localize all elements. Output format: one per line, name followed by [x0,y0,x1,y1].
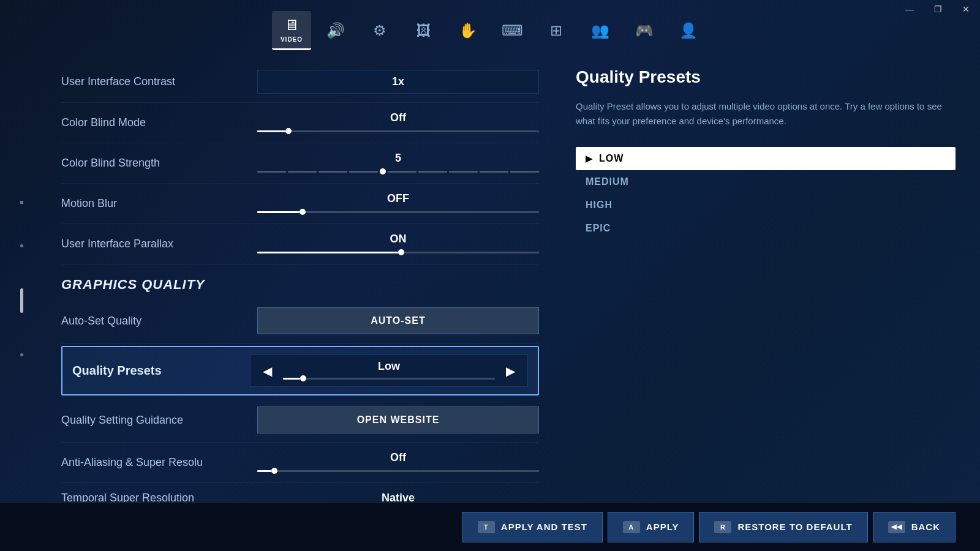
auto-set-quality-control: AUTO-SET [257,307,539,334]
open-website-button[interactable]: OPEN WEBSITE [257,407,539,433]
preset-option-high[interactable]: HIGH [576,193,956,217]
anti-aliasing-slider[interactable] [257,468,539,474]
right-panel-description: Quality Preset allows you to adjust mult… [576,99,956,129]
preset-option-epic[interactable]: EPIC [576,217,956,240]
color-blind-mode-value: Off [390,111,406,124]
nav-layout[interactable]: ⊞ [537,11,576,50]
gamepad-icon: 🎮 [635,22,654,39]
scroll-dot-1 [20,201,23,204]
nav-video-label: VIDEO [281,36,303,43]
auto-set-quality-label: Auto-Set Quality [61,315,245,328]
display-icon: 🖼 [417,22,431,39]
quality-presets-control[interactable]: ◀ Low ▶ [250,354,528,387]
slider-filled-2 [257,211,300,213]
slider-filled-3 [257,252,398,253]
apply-icon: A [623,521,640,533]
restore-button[interactable]: ❐ [924,0,952,18]
nav-social[interactable]: 👥 [581,11,620,50]
quality-presets-left-arrow[interactable]: ◀ [258,364,277,378]
color-blind-mode-row: Color Blind Mode Off [61,103,539,143]
apply-and-test-label: APPLY AND TEST [501,522,587,532]
preset-low-label: LOW [599,153,624,164]
apply-and-test-button[interactable]: T APPLY AND TEST [462,512,603,542]
slider-thumb-3[interactable] [398,249,404,255]
main-content: User Interface Contrast 1x Color Blind M… [0,55,980,502]
nav-gamepad[interactable]: 🎮 [625,11,664,50]
nav-profile[interactable]: 👤 [669,11,708,50]
nav-display[interactable]: 🖼 [404,11,443,50]
dash-8 [480,171,508,173]
ui-contrast-label: User Interface Contrast [61,75,245,88]
quality-presets-slider[interactable] [277,375,501,381]
anti-aliasing-label: Anti-Aliasing & Super Resolu [61,456,245,469]
dash-7 [449,171,478,173]
preset-medium-label: MEDIUM [586,176,629,187]
dash-1 [257,171,286,173]
ui-contrast-value[interactable]: 1x [257,70,539,94]
preset-options-list: ▶ LOW MEDIUM HIGH EPIC [576,147,956,240]
color-blind-mode-slider[interactable] [257,128,539,134]
slider-filled [257,130,285,132]
scrollbar-area[interactable] [0,55,49,502]
slider-filled-5 [257,470,271,472]
anti-aliasing-control: Off [257,451,539,474]
bottom-bar: T APPLY AND TEST A APPLY R RESTORE TO DE… [0,502,980,551]
close-button[interactable]: ✕ [952,0,980,18]
dash-3 [318,171,347,173]
quality-presets-row[interactable]: Quality Presets ◀ Low ▶ [61,346,539,395]
graphics-quality-header: GRAPHICS QUALITY [61,264,539,299]
quality-setting-guidance-control: OPEN WEBSITE [257,407,539,433]
nav-keyboard[interactable]: ⌨ [492,11,532,50]
temporal-super-resolution-label: Temporal Super Resolution [61,492,245,502]
temporal-super-resolution-value: Native [382,492,415,502]
ui-parallax-value: ON [390,233,407,246]
color-blind-strength-control: 5 [257,152,539,174]
nav-settings[interactable]: ⚙ [360,11,399,50]
profile-icon: 👤 [679,22,698,39]
quality-presets-label: Quality Presets [72,364,244,378]
preset-epic-label: EPIC [586,223,611,234]
scrollbar-thumb[interactable] [20,288,23,313]
motion-blur-row: Motion Blur OFF [61,184,539,224]
ui-parallax-control: ON [257,233,539,255]
preset-high-label: HIGH [586,200,612,211]
back-button[interactable]: ◀◀ BACK [873,512,956,542]
color-blind-strength-row: Color Blind Strength 5 [61,143,539,184]
ui-parallax-slider[interactable] [257,249,539,255]
ui-parallax-label: User Interface Parallax [61,238,245,250]
quality-presets-right-arrow[interactable]: ▶ [501,364,520,378]
slider-thumb-2[interactable] [300,209,306,215]
temporal-super-resolution-row: Temporal Super Resolution Native [61,483,539,502]
nav-audio[interactable]: 🔊 [316,11,355,50]
nav-video[interactable]: 🖥 VIDEO [272,11,311,50]
ui-parallax-row: User Interface Parallax ON [61,224,539,264]
preset-option-low[interactable]: ▶ LOW [576,147,956,170]
apply-button[interactable]: A APPLY [608,512,695,542]
anti-aliasing-value: Off [390,451,406,464]
nav-controls[interactable]: ✋ [448,11,488,50]
dash-thumb[interactable] [380,168,386,174]
color-blind-strength-slider[interactable] [257,168,539,174]
title-bar: — ❐ ✕ [895,0,980,18]
dash-6 [418,171,447,173]
restore-to-default-button[interactable]: R RESTORE TO DEFAULT [699,512,867,542]
apply-test-icon: T [478,521,495,533]
ui-contrast-row: User Interface Contrast 1x [61,61,539,103]
slider-thumb[interactable] [285,128,292,134]
slider-empty-2 [306,211,539,213]
slider-thumb-5[interactable] [271,468,277,474]
back-label: BACK [911,522,940,532]
preset-option-medium[interactable]: MEDIUM [576,170,956,193]
settings-panel: User Interface Contrast 1x Color Blind M… [49,55,551,502]
auto-set-button[interactable]: AUTO-SET [257,307,539,334]
minimize-button[interactable]: — [895,0,924,18]
color-blind-mode-label: Color Blind Mode [61,116,245,129]
motion-blur-slider[interactable] [257,209,539,215]
preset-low-arrow: ▶ [586,154,593,163]
slider-thumb-4[interactable] [300,375,306,381]
settings-icon: ⚙ [373,22,386,39]
quality-setting-guidance-label: Quality Setting Guidance [61,414,245,427]
auto-set-quality-row: Auto-Set Quality AUTO-SET [61,299,539,343]
slider-filled-4 [283,378,300,380]
dash-9 [510,171,539,173]
